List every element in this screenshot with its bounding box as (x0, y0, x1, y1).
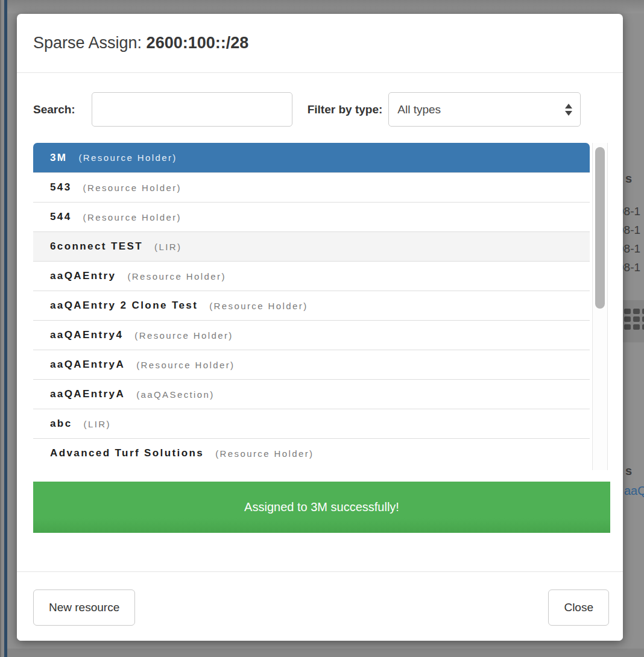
background-top-bar (0, 0, 644, 13)
list-item-type: (aaQASection) (136, 389, 215, 400)
page-title: Sparse Assign: 2600:100::/28 (33, 34, 248, 52)
list-item-type: (Resource Holder) (78, 152, 177, 163)
list-item-name: 543 (50, 181, 72, 193)
type-filter-select[interactable]: All types (388, 92, 581, 127)
list-item-name: aaQAEntry (50, 270, 116, 282)
list-item-name: aaQAEntryA (50, 388, 125, 400)
search-input[interactable] (92, 92, 292, 127)
list-item-name: aaQAEntry 2 Clone Test (50, 300, 198, 312)
list-item[interactable]: 6connect TEST (LIR) (33, 231, 590, 261)
list-item[interactable]: aaQAEntry4 (Resource Holder) (33, 320, 590, 350)
list-item-name: 544 (50, 211, 72, 223)
resource-list-area: 3M (Resource Holder) 543 (Resource Holde… (33, 143, 610, 470)
list-item-name: aaQAEntryA (50, 359, 125, 371)
list-item-name: aaQAEntry4 (50, 329, 123, 341)
list-item-name: Advanced Turf Solutions (50, 447, 204, 459)
resource-list: 3M (Resource Holder) 543 (Resource Holde… (33, 143, 590, 470)
background-sidebar-edge (4, 0, 7, 657)
type-filter-value: All types (397, 103, 441, 116)
list-item-type: (LIR) (84, 419, 111, 429)
list-item-type: (Resource Holder) (83, 183, 182, 193)
list-item-type: (Resource Holder) (136, 360, 235, 370)
sparse-assign-modal: Sparse Assign: 2600:100::/28 Search: Fil… (17, 14, 623, 641)
search-label: Search: (33, 103, 75, 116)
list-item[interactable]: aaQAEntry (Resource Holder) (33, 261, 590, 291)
filter-by-type-label: Filter by type: (308, 103, 383, 116)
list-item-type: (LIR) (154, 242, 182, 252)
list-item[interactable]: abc (LIR) (33, 409, 590, 438)
list-item-name: 3M (50, 152, 67, 164)
close-button[interactable]: Close (548, 589, 609, 626)
background-bottom-bar (0, 649, 644, 657)
list-item[interactable]: aaQAEntry 2 Clone Test (Resource Holder) (33, 291, 590, 320)
list-item-type: (Resource Holder) (215, 448, 314, 459)
new-resource-button[interactable]: New resource (33, 589, 135, 626)
list-item[interactable]: Advanced Turf Solutions (Resource Holder… (33, 438, 590, 468)
grid-icon (624, 309, 644, 330)
list-item-name: 6connect TEST (50, 240, 143, 253)
list-item-type: (Resource Holder) (134, 330, 233, 341)
scrollbar-track[interactable] (592, 143, 608, 470)
list-item-type: (Resource Holder) (127, 271, 226, 281)
list-item-name: abc (50, 418, 72, 430)
title-prefix: Sparse Assign: (33, 34, 147, 52)
background-text-fragment: s (625, 464, 632, 478)
list-item-type: (Resource Holder) (83, 212, 182, 222)
list-item[interactable]: aaQAEntryA (Resource Holder) (33, 350, 590, 379)
list-item-type: (Resource Holder) (209, 301, 308, 311)
list-item[interactable]: 3M (Resource Holder) (33, 143, 590, 172)
background-text-fragment: s (625, 172, 632, 186)
success-alert: Assigned to 3M successfully! (33, 482, 610, 533)
scrollbar-thumb[interactable] (595, 147, 605, 309)
background-link-fragment: aaQA (624, 484, 644, 498)
modal-footer: New resource Close (17, 571, 623, 641)
list-item[interactable]: 543 (Resource Holder) (33, 172, 590, 202)
select-arrows-icon (565, 104, 572, 116)
screen: s 08-1 08-1 08-1 08-1 s aaQA Sparse Assi… (0, 0, 644, 657)
list-item[interactable]: 544 (Resource Holder) (33, 202, 590, 231)
list-item[interactable]: aaQAEntryA (aaQASection) (33, 379, 590, 409)
modal-header: Sparse Assign: 2600:100::/28 (17, 14, 623, 73)
title-resource: 2600:100::/28 (147, 34, 249, 52)
controls-row: Search: Filter by type: All types (33, 92, 610, 127)
